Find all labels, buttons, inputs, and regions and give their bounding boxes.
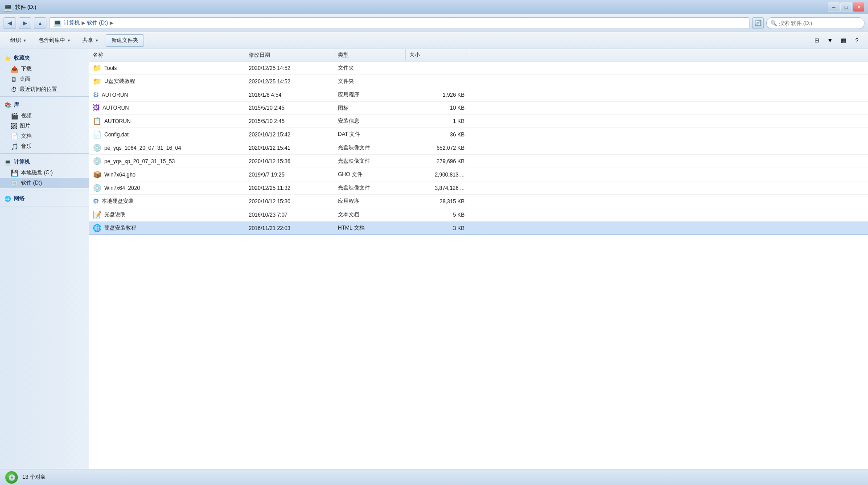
- file-size-5: 1 KB: [453, 118, 465, 124]
- table-row[interactable]: 📋 AUTORUN 2015/5/10 2:45 安装信息 1 KB: [89, 115, 868, 128]
- file-rows: 📁 Tools 2020/12/25 14:52 文件夹 📁 U盘安装教程 20…: [89, 62, 868, 235]
- col-type[interactable]: 类型: [334, 49, 406, 61]
- file-name-cell: 🌐 硬盘安装教程: [89, 222, 245, 234]
- minimize-button[interactable]: ─: [828, 2, 839, 12]
- table-row[interactable]: 📁 Tools 2020/12/25 14:52 文件夹: [89, 62, 868, 75]
- refresh-button[interactable]: 🔄: [752, 17, 764, 29]
- up-button[interactable]: ▲: [34, 17, 46, 29]
- view-button[interactable]: ⊞: [811, 35, 823, 46]
- share-label: 共享: [82, 37, 93, 44]
- share-button[interactable]: 共享 ▼: [78, 34, 104, 47]
- table-row[interactable]: 📝 光盘说明 2016/10/23 7:07 文本文档 5 KB: [89, 208, 868, 222]
- view-arrow-button[interactable]: ▼: [824, 35, 836, 46]
- file-type-cell: 应用程序: [334, 88, 406, 101]
- organize-button[interactable]: 组织 ▼: [5, 34, 32, 47]
- sidebar-item-music[interactable]: 🎵音乐: [0, 141, 89, 152]
- breadcrumb-sep-2: ▶: [110, 20, 113, 26]
- sidebar-item-icon-pictures: 🖼: [11, 123, 17, 130]
- sidebar-section-header-favorites[interactable]: ⭐收藏夹: [0, 53, 89, 64]
- include-library-arrow: ▼: [67, 38, 71, 43]
- sidebar-item-local-c[interactable]: 💾本地磁盘 (C:): [0, 168, 89, 178]
- file-name-13: 硬盘安装教程: [104, 224, 136, 232]
- titlebar-icon: 💻: [4, 3, 12, 12]
- file-type-6: DAT 文件: [338, 131, 360, 138]
- maximize-button[interactable]: □: [840, 2, 852, 12]
- sidebar-item-recent[interactable]: ⏱最近访问的位置: [0, 84, 89, 95]
- col-size[interactable]: 大小: [406, 49, 468, 61]
- sidebar-item-icon-local-d: 💿: [11, 180, 18, 187]
- sidebar-item-desktop[interactable]: 🖥桌面: [0, 74, 89, 84]
- file-type-cell: 文件夹: [334, 75, 406, 88]
- file-modified-3: 2016/1/8 4:54: [249, 92, 281, 98]
- file-name-cell: 📄 Config.dat: [89, 128, 245, 141]
- sidebar-item-pictures[interactable]: 🖼图片: [0, 121, 89, 131]
- file-type-2: 文件夹: [338, 78, 354, 85]
- search-bar[interactable]: 🔍: [766, 17, 864, 29]
- sidebar-item-local-d[interactable]: 💿软件 (D:): [0, 178, 89, 188]
- search-input[interactable]: [779, 20, 841, 26]
- sidebar-section-favorites: ⭐收藏夹📥下载🖥桌面⏱最近访问的位置: [0, 53, 89, 97]
- sidebar-item-icon-downloads: 📥: [11, 66, 18, 73]
- file-size-4: 10 KB: [450, 105, 465, 111]
- status-drive-icon: 💿: [5, 471, 18, 484]
- back-button[interactable]: ◀: [4, 17, 16, 29]
- sidebar-section-header-network[interactable]: 🌐网络: [0, 193, 89, 204]
- col-modified[interactable]: 修改日期: [245, 49, 334, 61]
- table-row[interactable]: 💿 pe_yqs_1064_20_07_31_16_04 2020/10/12 …: [89, 141, 868, 155]
- file-type-cell: GHO 文件: [334, 168, 406, 181]
- breadcrumb[interactable]: 💻 计算机 ▶ 软件 (D:) ▶: [49, 17, 749, 29]
- sidebar-item-downloads[interactable]: 📥下载: [0, 64, 89, 74]
- breadcrumb-computer[interactable]: 计算机: [64, 19, 80, 27]
- file-size-cell: 36 KB: [406, 128, 468, 141]
- table-row[interactable]: 📁 U盘安装教程 2020/12/25 14:52 文件夹: [89, 75, 868, 88]
- sidebar-item-label-downloads: 下载: [21, 65, 32, 73]
- file-type-cell: 安装信息: [334, 115, 406, 127]
- table-row[interactable]: ⚙ AUTORUN 2016/1/8 4:54 应用程序 1,926 KB: [89, 88, 868, 102]
- file-name-1: Tools: [104, 65, 117, 71]
- sidebar-section-header-computer[interactable]: 💻计算机: [0, 156, 89, 168]
- sidebar-item-label-documents: 文档: [21, 132, 32, 140]
- file-modified-2: 2020/12/25 14:52: [249, 78, 290, 85]
- section-icon-libraries: 📚: [4, 102, 11, 108]
- table-row[interactable]: 🖼 AUTORUN 2015/5/10 2:45 图标 10 KB: [89, 102, 868, 115]
- breadcrumb-sep-1: ▶: [82, 20, 85, 26]
- file-size-11: 28,315 KB: [440, 198, 465, 205]
- table-row[interactable]: 🌐 硬盘安装教程 2016/11/21 22:03 HTML 文档 3 KB: [89, 222, 868, 235]
- sidebar-item-documents[interactable]: 📄文档: [0, 131, 89, 141]
- file-size-cell: 2,900,813 ...: [406, 168, 468, 181]
- file-type-13: HTML 文档: [338, 224, 365, 232]
- table-row[interactable]: 💿 pe_yqs_xp_20_07_31_15_53 2020/10/12 15…: [89, 155, 868, 168]
- preview-button[interactable]: ▦: [838, 35, 849, 46]
- close-button[interactable]: ✕: [853, 2, 864, 12]
- section-label-network: 网络: [14, 195, 25, 202]
- file-size-7: 652,072 KB: [436, 145, 465, 151]
- file-icon-10: 💿: [93, 184, 102, 192]
- section-label-computer: 计算机: [14, 158, 30, 166]
- file-type-8: 光盘映像文件: [338, 157, 370, 165]
- file-size-9: 2,900,813 ...: [435, 172, 465, 178]
- sidebar-divider-network: [0, 206, 89, 206]
- include-library-button[interactable]: 包含到库中 ▼: [33, 34, 76, 47]
- share-arrow: ▼: [95, 38, 99, 43]
- table-row[interactable]: ⚙ 本地硬盘安装 2020/10/12 15:30 应用程序 28,315 KB: [89, 195, 868, 208]
- table-row[interactable]: 📄 Config.dat 2020/10/12 15:42 DAT 文件 36 …: [89, 128, 868, 141]
- forward-button[interactable]: ▶: [19, 17, 31, 29]
- new-folder-button[interactable]: 新建文件夹: [106, 34, 144, 47]
- file-icon-3: ⚙: [93, 90, 99, 99]
- file-name-11: 本地硬盘安装: [102, 197, 134, 205]
- file-name-2: U盘安装教程: [104, 78, 135, 85]
- section-label-favorites: 收藏夹: [14, 54, 30, 62]
- section-label-libraries: 库: [14, 101, 19, 109]
- sidebar-section-header-libraries[interactable]: 📚库: [0, 99, 89, 111]
- new-folder-label: 新建文件夹: [111, 37, 138, 44]
- table-row[interactable]: 💿 Win7x64_2020 2020/12/25 11:32 光盘映像文件 3…: [89, 181, 868, 195]
- file-modified-4: 2015/5/10 2:45: [249, 105, 284, 111]
- table-row[interactable]: 📦 Win7x64.gho 2019/9/7 19:25 GHO 文件 2,90…: [89, 168, 868, 181]
- sidebar-item-video[interactable]: 🎬视频: [0, 111, 89, 121]
- file-modified-7: 2020/10/12 15:41: [249, 145, 290, 151]
- help-button[interactable]: ?: [851, 35, 863, 46]
- col-name[interactable]: 名称: [89, 49, 245, 61]
- breadcrumb-drive[interactable]: 软件 (D:): [87, 19, 108, 27]
- file-icon-12: 📝: [93, 210, 102, 219]
- file-size-cell: 3,874,126 ...: [406, 181, 468, 194]
